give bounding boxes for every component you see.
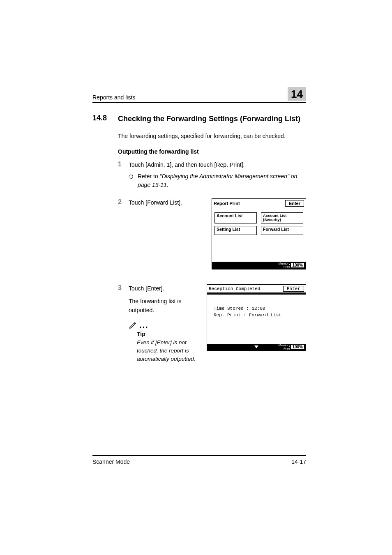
forward-list-button[interactable]: Forward List xyxy=(261,226,303,235)
step-1-number: 1 xyxy=(118,161,129,197)
panel2-title: Reception Completed xyxy=(209,286,260,291)
account-list-button[interactable]: Account List xyxy=(214,212,257,223)
running-head: Reports and lists xyxy=(92,94,135,101)
step-2-row: 2 Touch [Forward List]. Report Print Ent… xyxy=(118,198,306,269)
rep-print-line: Rep. Print : Forward List xyxy=(214,313,302,318)
cross-reference: "Displaying the Administrator Management… xyxy=(138,173,297,188)
report-print-panel: Report Print Enter Account List Account … xyxy=(212,198,306,269)
subsection-heading: Outputting the forwarding list xyxy=(118,148,306,155)
enter-button-2[interactable]: Enter xyxy=(283,286,304,292)
ref-suffix: . xyxy=(167,182,168,188)
panel-footer: Memory Free 100% xyxy=(212,262,306,269)
reception-panel: Reception Completed Enter Time Stored : … xyxy=(207,284,306,351)
memory-percent: 100% xyxy=(291,263,304,267)
step-2: 2 Touch [Forward List]. xyxy=(118,198,212,207)
footer-rule xyxy=(92,455,306,456)
section-heading: 14.8 Checking the Forwarding Settings (F… xyxy=(118,114,306,124)
header-rule xyxy=(92,102,306,103)
panel2-footer: Memory Free 100% xyxy=(207,344,306,350)
section-number: 14.8 xyxy=(92,114,118,124)
pencil-icon xyxy=(129,321,137,329)
step-2-number: 2 xyxy=(118,198,129,207)
section-title: Checking the Forwarding Settings (Forwar… xyxy=(118,114,300,124)
step-3-number: 3 xyxy=(118,284,129,363)
step-1: 1 Touch [Admin. 1], and then touch [Rep.… xyxy=(118,161,306,197)
circle-bullet-icon: ❍ xyxy=(129,172,138,189)
panel-header: Report Print Enter xyxy=(212,199,306,208)
tip-block: ... Tip Even if [Enter] is not touched, … xyxy=(129,321,207,363)
page-content: Reports and lists 14 14.8 Checking the F… xyxy=(92,87,306,364)
section-intro: The forwarding settings, specified for f… xyxy=(118,132,306,141)
footer-page-number: 14-17 xyxy=(291,458,306,465)
memory-free-label: Memory Free xyxy=(279,262,291,269)
setting-list-button[interactable]: Setting List xyxy=(214,226,257,235)
memory-free-label-2: Memory Free xyxy=(279,344,291,350)
step-3-text: Touch [Enter]. xyxy=(129,284,207,293)
tip-dots-icon: ... xyxy=(139,323,149,327)
scroll-down-icon[interactable] xyxy=(254,345,258,348)
footer-left: Scanner Mode xyxy=(92,458,130,465)
panel2-header: Reception Completed Enter xyxy=(207,285,306,292)
page-footer: Scanner Mode 14-17 xyxy=(92,455,306,465)
step-3-row: 3 Touch [Enter]. The forwarding list is … xyxy=(118,284,306,364)
ref-prefix: Refer to xyxy=(138,173,160,180)
step-1-subitem: ❍ Refer to "Displaying the Administrator… xyxy=(129,172,306,189)
memory-percent-2: 100% xyxy=(291,345,304,349)
account-list-security-button[interactable]: Account List (Security) xyxy=(261,212,303,223)
tip-label: Tip xyxy=(137,330,207,339)
step-3: 3 Touch [Enter]. The forwarding list is … xyxy=(118,284,207,363)
step-2-text: Touch [Forward List]. xyxy=(129,198,212,207)
enter-button[interactable]: Enter xyxy=(285,200,304,207)
time-stored-line: Time Stored : 12:00 xyxy=(214,306,302,311)
chapter-number-box: 14 xyxy=(288,87,306,101)
step-1-text: Touch [Admin. 1], and then touch [Rep. P… xyxy=(129,161,306,170)
step-3-result: The forwarding list is outputted. xyxy=(129,297,207,315)
panel-title: Report Print xyxy=(214,201,240,206)
tip-text: Even if [Enter] is not touched, the repo… xyxy=(137,339,207,363)
page-header: Reports and lists 14 xyxy=(92,87,306,101)
